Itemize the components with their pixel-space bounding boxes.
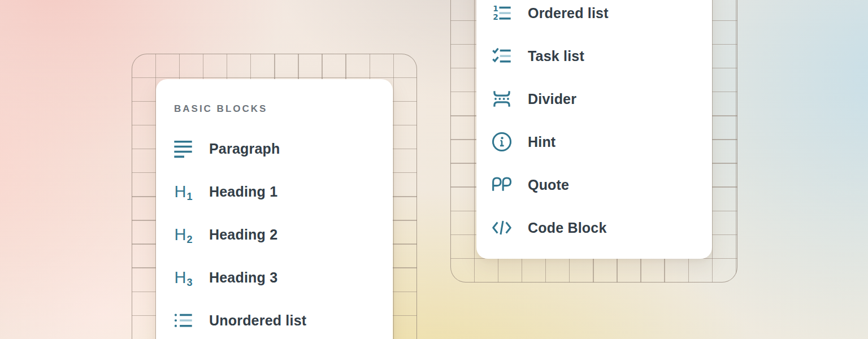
menu-item-heading-1[interactable]: H1 Heading 1 [156,170,393,213]
quote-icon [492,175,512,195]
basic-blocks-menu: BASIC BLOCKS Paragraph H1 Heading 1 H2 H… [156,79,393,339]
heading-2-icon: H2 [173,224,193,245]
menu-item-code-block[interactable]: Code Block [476,206,712,249]
menu-item-label: Ordered list [528,5,609,21]
menu-item-label: Hint [528,134,555,150]
menu-item-paragraph[interactable]: Paragraph [156,127,393,170]
section-label: BASIC BLOCKS [174,103,267,115]
menu-item-hint[interactable]: Hint [476,120,712,163]
menu-item-ordered-list[interactable]: 1 2 Ordered list [476,0,712,34]
menu-item-heading-2[interactable]: H2 Heading 2 [156,213,393,256]
menu-item-label: Heading 1 [209,184,277,200]
menu-item-label: Task list [528,48,584,64]
menu-item-label: Divider [528,91,576,107]
menu-item-label: Heading 2 [209,227,277,243]
heading-3-icon: H3 [173,267,193,288]
hint-icon [492,132,512,152]
hero-illustration: BASIC BLOCKS Paragraph H1 Heading 1 H2 H… [0,0,868,339]
menu-item-heading-3[interactable]: H3 Heading 3 [156,256,393,299]
menu-item-label: Code Block [528,220,607,236]
unordered-list-icon [173,310,193,331]
menu-item-label: Paragraph [209,141,280,157]
divider-icon [492,89,512,109]
svg-text:1: 1 [493,4,498,13]
menu-item-label: Unordered list [209,312,306,329]
more-blocks-menu: 1 2 Ordered list Task list [476,0,712,259]
heading-1-icon: H1 [173,181,193,202]
menu-item-quote[interactable]: Quote [476,163,712,206]
menu-item-divider[interactable]: Divider [476,77,712,120]
menu-item-label: Heading 3 [209,270,277,286]
ordered-list-icon: 1 2 [492,3,512,23]
paragraph-icon [173,138,193,159]
menu-item-task-list[interactable]: Task list [476,34,712,77]
task-list-icon [492,46,512,66]
menu-item-label: Quote [528,177,569,193]
menu-item-unordered-list[interactable]: Unordered list [156,299,393,339]
code-block-icon [492,218,512,238]
svg-text:2: 2 [493,12,498,21]
